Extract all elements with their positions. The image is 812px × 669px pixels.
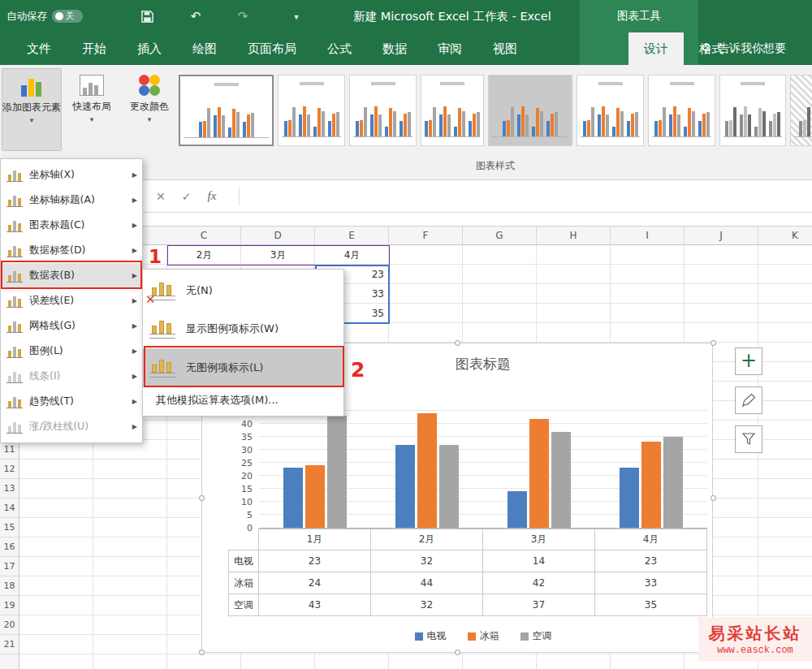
thumb-mini-bar xyxy=(236,112,240,137)
tab-home[interactable]: 开始 xyxy=(67,32,122,65)
chevron-down-icon: ▾ xyxy=(148,115,152,125)
row-header-12[interactable]: 12 xyxy=(0,460,19,479)
legend-item-空调[interactable]: 空调 xyxy=(520,629,552,643)
column-header-K[interactable]: K xyxy=(758,227,812,245)
tab-data[interactable]: 数据 xyxy=(367,32,422,65)
submenu-item-more-data-table-options[interactable]: 其他模拟运算表选项(M)... xyxy=(143,387,343,413)
menu-item-data-table[interactable]: 数据表(B)▶ xyxy=(1,263,142,288)
thumb-mini-bar xyxy=(555,112,558,136)
row-header-21[interactable]: 21 xyxy=(0,635,19,654)
row-header-18[interactable]: 18 xyxy=(0,576,19,596)
tab-review[interactable]: 审阅 xyxy=(422,32,477,65)
chart-style-thumb-8[interactable] xyxy=(719,75,786,146)
thumb-mini-bar xyxy=(207,108,210,137)
enter-icon[interactable]: ✓ xyxy=(182,190,192,203)
tell-me[interactable]: 告诉我你想要 xyxy=(700,32,812,65)
chart-handle-middle-right[interactable] xyxy=(710,495,716,501)
tab-file[interactable]: 文件 xyxy=(11,32,67,65)
column-header-I[interactable]: I xyxy=(611,227,685,245)
legend-item-电视[interactable]: 电视 xyxy=(415,629,447,643)
cell-month-2[interactable]: 3月 xyxy=(241,245,315,265)
chart-style-thumb-2[interactable] xyxy=(278,75,345,146)
menu-item-axes[interactable]: 坐标轴(X)▶ xyxy=(1,162,142,188)
chart-style-thumb-7[interactable] xyxy=(648,75,715,146)
tab-view[interactable]: 视图 xyxy=(477,32,533,65)
thumb-mini-bar xyxy=(404,114,407,136)
chart-elements-button[interactable]: + xyxy=(735,347,762,375)
row-header-19[interactable]: 19 xyxy=(0,596,19,615)
chart-style-thumb-1[interactable] xyxy=(179,75,274,146)
menu-item-data-labels[interactable]: 数据标签(D)▶ xyxy=(1,238,142,263)
chart-style-thumb-9[interactable] xyxy=(790,75,812,146)
quick-access-caret-icon[interactable]: ▾ xyxy=(284,0,309,32)
formula-input[interactable] xyxy=(248,180,812,212)
bar-冰箱-4月 xyxy=(641,442,661,528)
row-header-20[interactable]: 20 xyxy=(0,615,19,635)
cell-month-3[interactable]: 4月 xyxy=(315,245,389,265)
menu-item-gridlines[interactable]: 网格线(G)▶ xyxy=(1,313,142,339)
undo-button[interactable]: ↶ xyxy=(184,0,208,32)
change-colors-button[interactable]: 更改颜色 ▾ xyxy=(123,68,175,151)
tell-me-label: 告诉我你想要 xyxy=(718,41,786,56)
autosave-toggle[interactable]: 自动保存 关 xyxy=(6,0,83,32)
thumb-mini-bar xyxy=(393,111,396,136)
add-chart-element-button[interactable]: 添加图表元素 ▾ xyxy=(2,68,62,151)
chart-filters-button[interactable] xyxy=(735,425,762,453)
column-header-G[interactable]: G xyxy=(463,227,537,245)
cell-month-1[interactable]: 2月 xyxy=(167,245,241,265)
tab-page-layout[interactable]: 页面布局 xyxy=(232,32,312,65)
insert-function-icon[interactable]: fx xyxy=(207,189,216,203)
menu-item-trendline[interactable]: 趋势线(T)▶ xyxy=(1,389,142,414)
quick-layout-button[interactable]: 快速布局 ▾ xyxy=(63,68,120,151)
tab-design[interactable]: 设计 xyxy=(628,32,684,65)
column-header-E[interactable]: E xyxy=(315,227,389,245)
title-bar: 自动保存 关 ↶ ↷ ▾ 新建 Microsoft Excel 工作表 - Ex… xyxy=(0,0,812,32)
chart-handle-bottom-left[interactable] xyxy=(199,650,205,655)
submenu-item-with-legend-keys[interactable]: 显示图例项标示(W) xyxy=(143,309,343,348)
submenu-item-no-legend-keys[interactable]: 无图例项标示(L) xyxy=(143,348,343,387)
submenu-item-none[interactable]: ✕无(N) xyxy=(143,272,343,309)
menu-item-label: 坐标轴(X) xyxy=(29,168,132,182)
thumb-mini-plot xyxy=(794,90,812,137)
column-header-J[interactable]: J xyxy=(685,227,758,245)
chart-style-thumb-5[interactable] xyxy=(488,75,572,146)
thumb-title-line xyxy=(371,82,395,85)
menu-item-error-bars[interactable]: 误差线(E)▶ xyxy=(1,288,142,313)
chart-styles-button[interactable] xyxy=(735,386,762,414)
thumb-mini-bar xyxy=(591,107,594,136)
row-header-14[interactable]: 14 xyxy=(0,499,19,518)
chart-handle-bottom-middle[interactable] xyxy=(455,650,460,655)
tab-formulas[interactable]: 公式 xyxy=(312,32,367,65)
row-header-16[interactable]: 16 xyxy=(0,537,19,557)
menu-item-up-down-bars[interactable]: 涨/跌柱线(U)▶ xyxy=(1,414,142,439)
row-header-15[interactable]: 15 xyxy=(0,518,19,537)
autosave-switch[interactable]: 关 xyxy=(52,10,83,23)
thumb-mini-bar xyxy=(663,107,666,136)
chart-style-thumb-4[interactable] xyxy=(421,75,484,146)
thumb-mini-plot xyxy=(581,90,640,137)
axis-titles-icon xyxy=(6,194,24,207)
chart-style-thumb-3[interactable] xyxy=(349,75,417,146)
tab-insert[interactable]: 插入 xyxy=(122,32,177,65)
thumb-mini-bar xyxy=(228,127,231,137)
chart-handle-top-middle[interactable] xyxy=(455,340,460,346)
column-header-F[interactable]: F xyxy=(389,227,463,245)
tab-draw[interactable]: 绘图 xyxy=(177,32,232,65)
row-header-17[interactable]: 17 xyxy=(0,557,19,576)
menu-item-axis-titles[interactable]: 坐标轴标题(A)▶ xyxy=(1,188,142,213)
menu-item-chart-title[interactable]: 图表标题(C)▶ xyxy=(1,213,142,238)
thumb-mini-bar xyxy=(725,121,728,136)
chart-handle-top-right[interactable] xyxy=(710,340,716,346)
cancel-icon[interactable]: ✕ xyxy=(156,190,166,203)
column-header-H[interactable]: H xyxy=(537,227,611,245)
chart-style-thumb-6[interactable] xyxy=(577,75,644,146)
column-header-C[interactable]: C xyxy=(167,227,241,245)
chart-handle-middle-left[interactable] xyxy=(199,495,205,501)
legend-item-冰箱[interactable]: 冰箱 xyxy=(468,629,499,643)
menu-item-lines[interactable]: 线条(I)▶ xyxy=(1,364,142,389)
save-button[interactable] xyxy=(135,0,159,32)
menu-item-legend[interactable]: 图例(L)▶ xyxy=(1,339,142,364)
row-header-13[interactable]: 13 xyxy=(0,479,19,499)
column-header-D[interactable]: D xyxy=(241,227,315,245)
redo-button[interactable]: ↷ xyxy=(231,0,255,32)
